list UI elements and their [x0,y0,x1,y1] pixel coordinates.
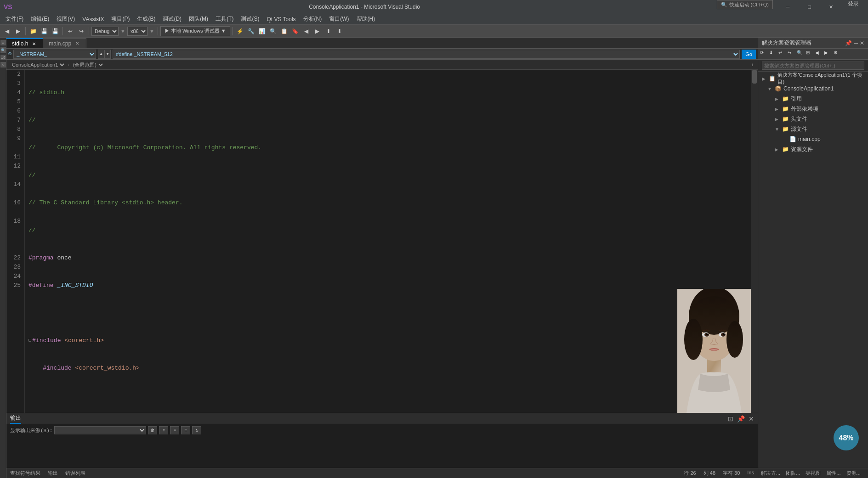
tree-expand-ref[interactable]: ▶ [775,96,780,101]
toolbar-btn-2[interactable]: 🔧 [246,26,256,36]
toolbar-save[interactable]: 💾 [39,26,49,36]
minimize-button[interactable]: ─ [777,0,798,14]
breadcrumb-expand[interactable]: + [751,62,754,67]
tab-stdio[interactable]: stdio.h ✕ [6,38,43,48]
login-button[interactable]: 登录 [842,0,864,14]
menu-item-H[interactable]: 帮助(H) [353,14,379,24]
toolbar-btn-7[interactable]: ◀ [301,26,312,36]
output-close[interactable]: ✕ [749,415,754,422]
toolbar-btn-9[interactable]: ⬆ [323,26,334,36]
nav-scope-select[interactable]: _NSTREAM_ [13,50,96,59]
menu-item-E[interactable]: 编辑(E) [27,14,53,24]
breadcrumb-scope-select[interactable]: (全局范围) [71,61,104,69]
bottom-tab-errors[interactable]: 错误列表 [65,470,85,477]
output-wrap-btn[interactable]: ⬇ [170,426,179,434]
menu-item-D[interactable]: 调试(D) [159,14,185,24]
toolbar-forward[interactable]: ▶ [13,26,23,36]
tree-main-cpp[interactable]: 📄 main.cpp [758,134,868,144]
menu-item-V[interactable]: 视图(V) [53,14,79,24]
output-source-select[interactable] [54,426,146,434]
toolbar-btn-3[interactable]: 📊 [257,26,267,36]
tree-ext-deps[interactable]: ▶ 📁 外部依赖项 [758,104,868,114]
toolbar-btn-8[interactable]: ▶ [312,26,323,36]
sidebar-tb-2[interactable]: ⬇ [769,50,777,58]
activity-git[interactable]: ⎇ [0,55,6,60]
tree-resources[interactable]: ▶ 📁 资源文件 [758,144,868,154]
tree-expand-src[interactable]: ▼ [775,127,780,132]
tree-references[interactable]: ▶ 📁 引用 [758,94,868,104]
menu-item-W[interactable]: 窗口(W) [325,14,352,24]
menu-item-B[interactable]: 生成(B) [133,14,159,24]
output-refresh-btn[interactable]: ↻ [192,426,201,434]
tree-expand-hdr[interactable]: ▶ [775,117,780,122]
output-copy-btn[interactable]: ⬆ [159,426,168,434]
tab-main[interactable]: main.cpp ✕ [43,38,86,48]
sidebar-tb-3[interactable]: ↩ [778,50,787,58]
toolbar-open[interactable]: 📁 [28,26,38,36]
tree-expand-ext[interactable]: ▶ [775,107,780,112]
activity-explorer[interactable]: ≡ [0,40,6,45]
menu-item-T[interactable]: 工具(T) [212,14,237,24]
menu-item-QtVSTools[interactable]: Qt VS Tools [263,14,299,24]
toolbar-btn-1[interactable]: ⚡ [235,26,245,36]
sidebar-tb-7[interactable]: ◀ [815,50,823,58]
tree-expand-solution[interactable]: ▶ [762,76,767,81]
tab-stdio-close[interactable]: ✕ [31,40,37,47]
toolbar-back[interactable]: ◀ [2,26,12,36]
menu-item-VAssistX[interactable]: VAssistX [79,14,108,24]
search-quick-launch[interactable]: 🔍 快速启动 (Ctrl+Q) [717,0,773,9]
nav-define-select[interactable]: #define _NSTREAM_512 [113,50,740,59]
sidebar-tb-5[interactable]: 🔍 [797,50,805,58]
activity-search[interactable]: 🔍 [0,47,6,53]
tab-main-close[interactable]: ✕ [74,40,80,47]
code-area[interactable]: 2 3 4 5 6 7 8 9 11 12 14 16 18 [6,70,758,413]
menu-item-P[interactable]: 项目(P) [108,14,133,24]
output-tab-active[interactable]: 输出 [10,413,21,424]
maximize-button[interactable]: □ [799,0,820,14]
nav-down[interactable]: ▼ [104,50,111,59]
scroll-thumb[interactable] [752,70,757,84]
menu-item-M[interactable]: 团队(M) [185,14,212,24]
toolbar-btn-5[interactable]: 📋 [279,26,289,36]
output-clear-btn[interactable]: 🗑 [148,426,157,434]
sidebar-tab-classview[interactable]: 类视图 [803,470,823,477]
sidebar-tb-8[interactable]: ▶ [824,50,833,58]
menu-item-S[interactable]: 测试(S) [237,14,263,24]
bottom-tab-find[interactable]: 查找符号结果 [10,470,40,477]
output-float[interactable]: ⊡ [728,415,733,422]
breadcrumb-project-select[interactable]: ConsoleApplication1 [10,61,66,69]
platform-select[interactable]: x86 [127,27,148,36]
sidebar-collapse-icon[interactable]: ─ [854,40,858,46]
code-content[interactable]: // stdio.h // // Copyright (c) Microsoft… [25,70,758,413]
toolbar-saveall[interactable]: 💾 [50,26,60,36]
sidebar-tb-6[interactable]: ⊞ [806,50,814,58]
toolbar-undo[interactable]: ↩ [65,26,75,36]
scroll-indicator[interactable] [751,70,758,413]
sidebar-tb-9[interactable]: ⚙ [834,50,842,58]
sidebar-close-icon[interactable]: ✕ [860,40,864,46]
output-align-btn[interactable]: ≡ [181,426,190,434]
line-11-expand[interactable]: ⊟ [28,336,31,345]
sidebar-tab-resources[interactable]: 资源... [844,470,863,477]
sidebar-tab-properties[interactable]: 属性... [823,470,843,477]
sidebar-pin-icon[interactable]: 📌 [845,40,852,46]
tree-solution[interactable]: ▶ 📋 解决方案'ConsoleApplication1'(1 个项目) [758,73,868,84]
sidebar-tb-1[interactable]: ⟳ [760,50,768,58]
sidebar-tab-solution[interactable]: 解决方... [758,470,783,477]
close-button[interactable]: ✕ [821,0,841,14]
sidebar-search-input[interactable] [762,62,864,70]
bottom-tab-output[interactable]: 输出 [48,470,58,477]
toolbar-btn-4[interactable]: 🔍 [268,26,278,36]
menu-item-F[interactable]: 文件(F) [2,14,27,24]
output-pin[interactable]: 📌 [737,415,745,422]
activity-debug[interactable]: ▷ [0,62,6,67]
nav-up[interactable]: ▲ [98,50,104,59]
toolbar-btn-6[interactable]: 🔖 [290,26,301,36]
menu-item-N[interactable]: 分析(N) [300,14,326,24]
sidebar-tb-4[interactable]: ↪ [788,50,796,58]
tree-expand-res[interactable]: ▶ [775,147,780,152]
toolbar-redo[interactable]: ↪ [76,26,86,36]
debug-mode-select[interactable]: Debug [91,27,119,36]
run-button[interactable]: ▶ 本地 Windows 调试器 ▼ [160,26,230,36]
toolbar-btn-10[interactable]: ⬇ [335,26,345,36]
